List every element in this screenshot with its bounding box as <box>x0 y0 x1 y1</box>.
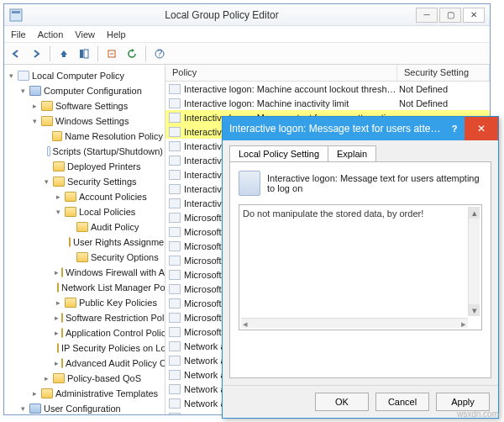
scroll-up-icon[interactable]: ▴ <box>469 207 480 219</box>
tree-user-configuration[interactable]: ▾User Configuration <box>19 401 163 414</box>
message-text-value: Do not manipulate the stored data, by or… <box>243 208 478 219</box>
navigation-tree[interactable]: ▾Local Computer Policy ▾Computer Configu… <box>4 65 165 414</box>
tree-advanced-audit-policy[interactable]: ▸Advanced Audit Policy Configuration <box>55 356 163 371</box>
policy-item-icon <box>169 156 181 166</box>
script-icon <box>47 146 50 156</box>
column-security-setting[interactable]: Security Setting <box>397 65 490 81</box>
policy-row[interactable]: Interactive logon: Machine account locko… <box>165 82 490 96</box>
policy-item-icon <box>169 170 181 180</box>
tree-user-rights-assignment[interactable]: User Rights Assignment <box>66 235 163 250</box>
tree-security-options[interactable]: Security Options <box>66 250 163 265</box>
folder-icon <box>61 358 63 368</box>
forward-button[interactable] <box>28 45 45 62</box>
policy-item-icon <box>169 227 181 237</box>
property-icon <box>239 171 260 196</box>
folder-icon <box>41 388 53 398</box>
folder-icon <box>53 373 65 383</box>
menu-help[interactable]: Help <box>107 29 126 40</box>
policy-item-icon <box>169 84 181 94</box>
vertical-scrollbar[interactable]: ▴ ▾ <box>468 207 480 316</box>
tree-windows-settings[interactable]: ▾Windows Settings <box>31 113 163 129</box>
tree-name-resolution-policy[interactable]: Name Resolution Policy <box>43 129 163 144</box>
tree-deployed-printers[interactable]: Deployed Printers <box>43 159 163 174</box>
message-text-input[interactable]: Do not manipulate the stored data, by or… <box>239 204 482 330</box>
tree-scripts[interactable]: Scripts (Startup/Shutdown) <box>43 144 163 159</box>
policy-row[interactable]: Interactive logon: Machine inactivity li… <box>165 96 490 110</box>
policy-item-icon <box>169 284 181 294</box>
maximize-button[interactable]: ▢ <box>439 8 461 23</box>
folder-icon <box>61 313 63 323</box>
dialog-close-button[interactable]: ✕ <box>465 117 498 140</box>
app-icon <box>9 8 23 22</box>
folder-icon <box>57 282 59 293</box>
tree-policy-based-qos[interactable]: ▸Policy-based QoS <box>43 371 163 386</box>
help-button[interactable]: ? <box>151 45 168 62</box>
tab-explain[interactable]: Explain <box>328 145 376 161</box>
tree-admin-templates[interactable]: ▸Administrative Templates <box>31 386 163 401</box>
tree-public-key-policies[interactable]: ▸Public Key Policies <box>55 295 163 310</box>
tree-security-settings[interactable]: ▾Security Settings <box>43 174 163 189</box>
cancel-button[interactable]: Cancel <box>375 393 429 411</box>
tree-local-policies[interactable]: ▾Local Policies <box>55 204 163 219</box>
close-button[interactable]: ✕ <box>463 8 485 23</box>
tree-network-list-manager[interactable]: Network List Manager Policies <box>55 280 163 295</box>
folder-icon <box>65 207 76 217</box>
tree-software-restriction[interactable]: ▸Software Restriction Policies <box>55 310 163 325</box>
tab-local-policy-setting[interactable]: Local Policy Setting <box>229 145 328 161</box>
tree-software-settings[interactable]: ▸Software Settings <box>31 98 163 113</box>
window-title: Local Group Policy Editor <box>28 9 416 21</box>
dialog-help-button[interactable]: ? <box>444 124 465 134</box>
ok-button[interactable]: OK <box>315 393 369 411</box>
tree-root[interactable]: ▾Local Computer Policy <box>8 68 163 83</box>
tree-computer-configuration[interactable]: ▾Computer Configuration <box>19 83 163 98</box>
policy-item-icon <box>169 298 181 309</box>
policy-item-icon <box>169 213 181 223</box>
column-policy[interactable]: Policy <box>165 65 397 81</box>
show-hide-tree-button[interactable] <box>76 45 92 62</box>
menu-view[interactable]: View <box>75 29 95 40</box>
properties-dialog: Interactive logon: Message text for user… <box>222 116 499 419</box>
tree-account-policies[interactable]: ▸Account Policies <box>55 189 163 204</box>
policy-item-icon <box>169 113 181 123</box>
config-icon <box>29 404 41 414</box>
menu-file[interactable]: File <box>11 29 26 40</box>
up-button[interactable] <box>55 45 72 62</box>
svg-text:?: ? <box>157 49 162 58</box>
folder-icon <box>61 328 63 338</box>
scroll-down-icon[interactable]: ▾ <box>469 304 480 316</box>
menu-action[interactable]: Action <box>38 29 64 40</box>
policy-setting: Not Defined <box>399 84 486 94</box>
policy-item-icon <box>169 384 181 394</box>
titlebar: Local Group Policy Editor ─ ▢ ✕ <box>4 4 490 26</box>
apply-button[interactable]: Apply <box>436 393 490 411</box>
folder-icon <box>76 252 88 262</box>
config-icon <box>29 86 41 96</box>
export-button[interactable] <box>103 45 120 62</box>
toolbar-separator <box>145 46 146 61</box>
svg-rect-1 <box>12 11 20 13</box>
property-title: Interactive logon: Message text for user… <box>267 173 482 193</box>
refresh-button[interactable] <box>123 45 140 62</box>
policy-item-icon <box>169 413 181 415</box>
tree-windows-firewall[interactable]: ▸Windows Firewall with Advanced Security <box>55 265 163 280</box>
minimize-button[interactable]: ─ <box>416 8 438 23</box>
folder-icon <box>76 222 88 232</box>
policy-name: Interactive logon: Machine inactivity li… <box>184 98 399 108</box>
policy-setting: Not Defined <box>399 98 486 108</box>
horizontal-scrollbar[interactable]: ◂▸ <box>241 318 468 328</box>
column-headers: Policy Security Setting <box>165 65 490 82</box>
folder-icon <box>69 237 71 247</box>
tree-application-control[interactable]: ▸Application Control Policies <box>55 325 163 340</box>
dialog-title: Interactive logon: Message text for user… <box>229 123 444 135</box>
policy-item-icon <box>169 127 181 137</box>
policy-item-icon <box>169 356 181 366</box>
tree-audit-policy[interactable]: Audit Policy <box>66 219 163 235</box>
policy-name: Interactive logon: Machine account locko… <box>184 84 399 94</box>
back-button[interactable] <box>8 45 24 62</box>
svg-rect-3 <box>84 50 88 58</box>
tree-ip-security-policies[interactable]: IP Security Policies on Local Computer <box>55 340 163 356</box>
policy-item-icon <box>169 141 181 151</box>
dialog-tabs: Local Policy Setting Explain <box>223 140 498 161</box>
svg-rect-2 <box>80 50 83 58</box>
lock-icon <box>53 177 65 187</box>
